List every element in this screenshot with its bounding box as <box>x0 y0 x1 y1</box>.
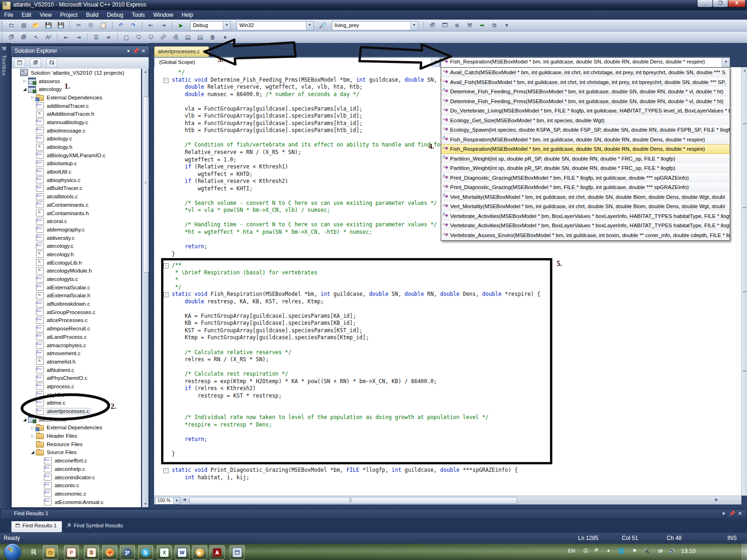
tree-item-atassess[interactable]: ▷atassess <box>12 77 141 85</box>
chevron-down-icon[interactable]: ▼ <box>223 21 230 30</box>
tree-item-atdemography-c[interactable]: atdemography.c <box>12 225 141 234</box>
show-hidden-icons[interactable]: ▲ <box>606 548 611 553</box>
find-combo[interactable]: living_prey ▼ <box>332 21 418 30</box>
decrease-indent-icon[interactable]: ⇤ <box>62 33 71 42</box>
tree-item-atecology[interactable]: ◢atecology <box>12 85 141 93</box>
scroll-up-icon[interactable]: ▲ <box>742 67 747 74</box>
action-center-flag-icon[interactable]: ⚑ <box>632 548 637 554</box>
save-all-icon[interactable]: 💾 <box>56 21 65 29</box>
scroll-left-icon[interactable]: ◀ <box>183 497 186 502</box>
fold-marker-icon[interactable]: − <box>163 468 169 473</box>
taskbar-mediaplayer-icon[interactable]: ▶ <box>192 545 207 560</box>
member-list-item[interactable]: ➚Vert_Mortality(MSEBoxModel * bm, int gu… <box>441 192 730 202</box>
bookmark-folder-prev-icon[interactable]: 🗪 <box>159 33 168 42</box>
toolbox-strip[interactable]: ⚒ Toolbox <box>0 43 11 509</box>
expander-icon[interactable]: ▷ <box>21 79 28 83</box>
chevron-down-icon[interactable]: ▼ <box>722 58 730 67</box>
tree-item-atq10-c[interactable]: atq10.c <box>12 391 141 399</box>
member-list-item[interactable]: Vertebrate_Assess_Enviro(MSEBoxModel * b… <box>441 231 730 240</box>
window-position-icon[interactable]: ▾ <box>720 511 727 517</box>
member-list-item[interactable]: Ecology_Get_Size(MSEBoxModel * bm, int s… <box>441 116 730 126</box>
tree-item-atbiolutil-c[interactable]: atbiolUtil.c <box>12 168 141 176</box>
member-list-item[interactable]: Avail_Fish(MSEBoxModel * bm, int guildca… <box>441 77 730 87</box>
zoom-combo[interactable]: 100 % ▼ <box>155 497 180 504</box>
redo-icon[interactable]: ↷ <box>128 21 138 29</box>
start-button[interactable] <box>4 543 21 560</box>
tree-item-solution-atlantis-vs2010-12-projects-[interactable]: Solution 'atlantis_VS2010' (12 projects) <box>12 69 141 77</box>
taskbar-skype-icon[interactable]: S <box>138 545 153 560</box>
power-tray-icon[interactable]: 🔌 <box>643 548 650 554</box>
tree-item-atexternalscalar-c[interactable]: atExternalScalar.c <box>12 283 141 292</box>
toolbox-tab-label[interactable]: Toolbox <box>1 55 7 76</box>
menu-help[interactable]: Help <box>177 10 197 18</box>
member-list-item[interactable]: ➚Partition_Weight(int sp, double pR_SP, … <box>441 154 730 164</box>
tree-item-ateconindicator-c[interactable]: ateconindicator.c <box>12 473 141 482</box>
tab-find-symbol-results[interactable]: 🔎Find Symbol Results <box>62 521 128 532</box>
chevron-down-icon[interactable]: ▼ <box>173 497 180 504</box>
menu-view[interactable]: View <box>35 10 56 18</box>
member-list-item[interactable]: ➚Vertebrate_Activities(MSEBoxModel * bm,… <box>441 211 730 221</box>
member-list-item[interactable]: Vert_Mortality(MSEBoxModel * bm, int gui… <box>441 202 730 211</box>
layout-tray-icon[interactable]: 🗗 <box>594 548 599 553</box>
scroll-up-icon[interactable]: ▲ <box>142 69 148 75</box>
object-browser-icon[interactable]: 🗉 <box>452 21 462 29</box>
member-list-item[interactable]: Partition_Weight(int sp, double pR_SP, d… <box>441 163 730 173</box>
tree-item-atmacrophytes-c[interactable]: atmacrophytes.c <box>12 341 141 350</box>
navigate-back-icon[interactable]: ⇤ <box>146 21 155 29</box>
tree-item-ateconio-c[interactable]: ateconio.c <box>12 481 141 490</box>
tree-item-atcontaminants-c[interactable]: atContaminants.c <box>12 201 141 209</box>
scrollbar-thumb[interactable] <box>143 97 149 273</box>
tree-item-atecologylib-h[interactable]: atEcologyLib.h <box>12 259 141 267</box>
tree-item-atecology-h[interactable]: atecology.h <box>12 250 141 259</box>
editor-vertical-scrollbar[interactable]: ▲ <box>741 67 747 496</box>
expander-icon[interactable]: ◢ <box>29 450 36 455</box>
tree-item-atmovement-c[interactable]: atmovement.c <box>12 349 141 357</box>
member-list-item[interactable]: Print_Diagnostic_Grazing(MSEBoxModel * b… <box>441 182 730 192</box>
taskbar-explorer-icon[interactable]: 🗀 <box>43 545 58 560</box>
tree-item-atcoral-c[interactable]: atcoral.c <box>12 217 141 225</box>
uncomment-icon[interactable]: ≄ <box>104 33 113 42</box>
add-item-icon[interactable]: ▤ <box>19 21 28 29</box>
expander-icon[interactable]: ▷ <box>29 434 36 438</box>
tree-item-atbiologyxmlparamio-c[interactable]: atBiologyXMLParamIO.c <box>12 151 141 160</box>
increase-indent-icon[interactable]: ⇥ <box>74 33 83 42</box>
properties-icon[interactable]: 🗔 <box>14 58 25 68</box>
tree-item-atbiolsetup-c[interactable]: atbiolsetup.c <box>12 160 141 168</box>
menu-project[interactable]: Project <box>56 10 82 18</box>
open-file-icon[interactable]: 📂 <box>31 21 41 29</box>
bookmark-doc-next-icon[interactable]: 🕮 <box>196 33 205 42</box>
tree-item-atnamelist-h[interactable]: atnamelist.h <box>12 357 141 366</box>
tree-item-atecologymodule-h[interactable]: atecologyModule.h <box>12 267 141 275</box>
member-list-item[interactable]: ➚Determine_Fish_Feeding_Prms(MSEBoxModel… <box>441 87 730 97</box>
member-list-item[interactable]: Fish_Respiration(MSEBoxModel * bm, int g… <box>441 144 730 154</box>
menu-tools[interactable]: Tools <box>127 10 149 18</box>
member-list-item[interactable]: Do_Vertebrate_Living(MSEBoxModel * bm, F… <box>441 106 730 116</box>
tab-close-icon[interactable]: ✕ <box>203 49 206 54</box>
quick-info-icon[interactable]: ↖ <box>31 33 41 42</box>
chevron-down-icon[interactable]: ▼ <box>410 21 418 30</box>
close-panel-icon[interactable]: ✕ <box>140 48 147 54</box>
taskbar-powerpoint-icon[interactable]: P <box>64 545 79 560</box>
taskbar-rstudio-icon[interactable]: ℝ <box>26 545 41 560</box>
tree-item-atbiology-h[interactable]: atbiology.h <box>12 143 141 151</box>
tree-item-atimposerecruit-c[interactable]: atImposeRecruit.c <box>12 324 141 333</box>
scroll-right-icon[interactable]: ▶ <box>715 497 718 502</box>
fold-marker-icon[interactable]: − <box>163 292 169 297</box>
network-tray-icon[interactable]: 🖳 <box>658 548 663 553</box>
tree-item-atgroupprocesses-c[interactable]: atGroupProcesses.c <box>12 308 141 316</box>
window-layout-icon[interactable]: ⧉ <box>490 21 499 29</box>
expander-icon[interactable]: ▷ <box>29 426 36 430</box>
document-tab-label[interactable]: atvertprocesses.c <box>158 49 200 54</box>
comment-icon[interactable]: ☰ <box>92 33 101 42</box>
tree-item-atcalibtools-c[interactable]: atcalibtools.c <box>12 192 141 201</box>
tree-item-ateconhelp-c[interactable]: ateconhelp.c <box>12 465 141 473</box>
taskbar-word-icon[interactable]: W <box>175 545 190 560</box>
member-combo[interactable]: ➚ Fish_Respiration(MSEBoxModel * bm, int… <box>441 57 730 68</box>
tree-item-atadditionaltracer-h[interactable]: atAdditionalTracer.h <box>12 110 141 118</box>
navigate-forward-icon[interactable]: ⇥ <box>159 21 168 29</box>
fold-marker-icon[interactable]: − <box>163 78 169 83</box>
menu-debug[interactable]: Debug <box>103 10 127 18</box>
tree-item-aticeprocesses-c[interactable]: atIceProcesses.c <box>12 316 141 325</box>
expander-icon[interactable]: ◢ <box>21 87 28 91</box>
auto-hide-pin-icon[interactable]: 📌 <box>728 511 736 517</box>
